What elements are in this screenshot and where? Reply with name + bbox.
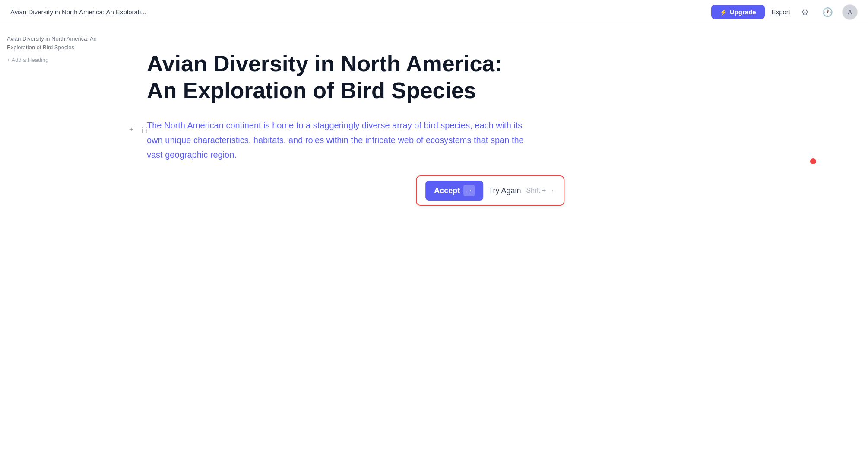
- document-title-header: Avian Diversity in North America: An Exp…: [10, 8, 146, 16]
- avatar-button[interactable]: A: [842, 4, 858, 20]
- document-paragraph: The North American continent is home to …: [147, 118, 535, 162]
- drag-block-button[interactable]: [139, 124, 151, 136]
- document-main-title: Avian Diversity in North America: An Exp…: [147, 50, 535, 104]
- sidebar-add-heading[interactable]: + Add a Heading: [7, 57, 105, 63]
- header: Avian Diversity in North America: An Exp…: [0, 0, 868, 24]
- try-again-button[interactable]: Try Again: [488, 186, 521, 195]
- header-right: ⚡ Upgrade Export ⚙ 🕐 A: [711, 4, 858, 20]
- avatar-label: A: [848, 9, 852, 16]
- drag-icon: [142, 127, 149, 133]
- main-layout: Avian Diversity in North America: An Exp…: [0, 24, 868, 453]
- paragraph-underlined-word: own: [147, 135, 163, 145]
- content-area: + Avian Diversity in North America: An E…: [112, 24, 868, 453]
- plus-icon: +: [129, 125, 134, 134]
- accept-arrow-icon: →: [463, 185, 475, 196]
- action-toolbar: Accept → Try Again Shift + →: [416, 175, 564, 206]
- accept-button[interactable]: Accept →: [425, 181, 483, 201]
- paragraph-text-after: unique characteristics, habitats, and ro…: [147, 135, 524, 160]
- history-icon: 🕐: [822, 7, 833, 17]
- upgrade-label: Upgrade: [730, 8, 756, 16]
- settings-button[interactable]: ⚙: [797, 4, 813, 20]
- shortcut-text: Shift + →: [526, 187, 555, 195]
- header-left: Avian Diversity in North America: An Exp…: [10, 8, 146, 16]
- sidebar-doc-title[interactable]: Avian Diversity in North America: An Exp…: [7, 35, 105, 51]
- upgrade-button[interactable]: ⚡ Upgrade: [711, 5, 765, 19]
- export-button[interactable]: Export: [772, 8, 790, 16]
- sidebar: Avian Diversity in North America: An Exp…: [0, 24, 112, 453]
- lightning-icon: ⚡: [720, 9, 727, 16]
- add-block-button[interactable]: +: [125, 124, 137, 136]
- action-toolbar-wrapper: Accept → Try Again Shift + →: [416, 175, 564, 206]
- paragraph-text-before: The North American continent is home to …: [147, 121, 522, 130]
- accept-label: Accept: [434, 186, 460, 195]
- red-dot-indicator: [810, 158, 816, 164]
- history-button[interactable]: 🕐: [820, 4, 835, 20]
- settings-icon: ⚙: [801, 7, 809, 17]
- shortcut-hint: Shift + →: [526, 187, 555, 195]
- block-controls: +: [125, 124, 151, 136]
